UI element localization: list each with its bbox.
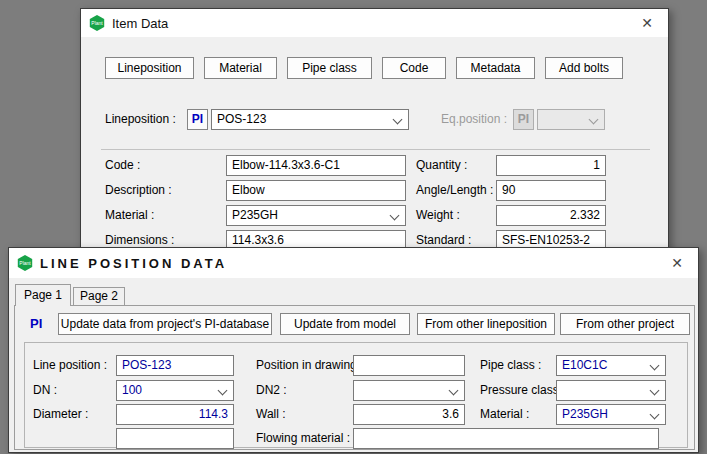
chevron-down-icon xyxy=(650,410,660,420)
item-data-title: Item Data xyxy=(112,16,168,31)
chevron-down-icon xyxy=(393,115,403,125)
weight-field[interactable]: 2.332 xyxy=(496,205,606,226)
diameter-label: Diameter : xyxy=(33,404,88,424)
material-label: Material : xyxy=(105,205,154,225)
flowing-material-label: Flowing material : xyxy=(256,428,350,448)
flowing-material-field[interactable] xyxy=(353,428,659,449)
tab-page-1[interactable]: Page 1 xyxy=(15,284,71,306)
chevron-down-icon xyxy=(218,386,228,396)
lineposition-value: POS-123 xyxy=(217,112,266,126)
dn-label: DN : xyxy=(33,380,57,400)
desktop-background: Plant Item Data ✕ Lineposition Material … xyxy=(0,0,707,454)
pressure-class-label: Pressure class : xyxy=(480,380,565,400)
material-label-2: Material : xyxy=(480,404,529,424)
update-from-pi-database-button[interactable]: Update data from project's PI-database xyxy=(58,313,272,335)
angle-length-label: Angle/Length : xyxy=(416,180,493,200)
dn-value: 100 xyxy=(122,383,142,397)
line-position-label: Line position : xyxy=(33,355,107,375)
quantity-field[interactable]: 1 xyxy=(496,155,606,176)
wall-label: Wall : xyxy=(256,404,286,424)
line-position-data-dialog: Plant LINE POSITION DATA ✕ Page 1 Page 2… xyxy=(8,247,699,453)
line-position-field[interactable]: POS-123 xyxy=(116,355,234,376)
lineposition-button[interactable]: Lineposition xyxy=(105,57,194,79)
chevron-down-icon xyxy=(589,115,599,125)
eq-position-label: Eq.position : xyxy=(441,109,507,129)
lineposition-label: Lineposition : xyxy=(105,109,176,129)
weight-label: Weight : xyxy=(416,205,460,225)
metadata-button[interactable]: Metadata xyxy=(456,57,535,79)
dn2-combobox[interactable] xyxy=(353,380,465,401)
material-button[interactable]: Material xyxy=(204,57,277,79)
material-value-2: P235GH xyxy=(562,407,608,421)
from-other-project-button[interactable]: From other project xyxy=(560,313,690,335)
material-combobox-2[interactable]: P235GH xyxy=(556,404,666,425)
lineposition-combobox[interactable]: POS-123 xyxy=(211,109,409,130)
line-position-groupbox: Line position : POS-123 DN : 100 Diamete… xyxy=(24,342,688,448)
description-label: Description : xyxy=(105,180,172,200)
separator xyxy=(101,149,650,150)
wall-field[interactable]: 3.6 xyxy=(353,404,465,425)
diameter-field[interactable]: 114.3 xyxy=(116,404,234,425)
close-icon[interactable]: ✕ xyxy=(632,12,662,34)
chevron-down-icon xyxy=(390,211,400,221)
dn-combobox[interactable]: 100 xyxy=(116,380,234,401)
tab-page-2[interactable]: Page 2 xyxy=(73,287,125,305)
app-icon: Plant xyxy=(17,255,33,271)
close-icon[interactable]: ✕ xyxy=(662,252,692,274)
quantity-label: Quantity : xyxy=(416,155,467,175)
chevron-down-icon xyxy=(449,386,459,396)
extra-field[interactable] xyxy=(116,428,234,449)
tab-panel-page-1: PI Update data from project's PI-databas… xyxy=(14,305,695,450)
code-field[interactable]: Elbow-114.3x3.6-C1 xyxy=(226,155,406,176)
eq-position-combobox xyxy=(537,109,605,130)
from-other-lineposition-button[interactable]: From other lineposition xyxy=(417,313,555,335)
lineposition-pi-button[interactable]: PI xyxy=(187,109,208,130)
pipe-class-button[interactable]: Pipe class xyxy=(287,57,372,79)
line-position-titlebar[interactable]: Plant LINE POSITION DATA ✕ xyxy=(9,248,698,278)
code-label: Code : xyxy=(105,155,140,175)
item-data-titlebar[interactable]: Plant Item Data ✕ xyxy=(81,9,668,37)
pipe-class-combobox[interactable]: E10C1C xyxy=(556,355,666,376)
chevron-down-icon xyxy=(650,386,660,396)
description-field[interactable]: Elbow xyxy=(226,180,406,201)
item-data-dialog: Plant Item Data ✕ Lineposition Material … xyxy=(80,8,669,260)
position-in-drawing-field[interactable] xyxy=(353,355,465,376)
eq-position-pi-button: PI xyxy=(513,109,534,130)
pipe-class-label: Pipe class : xyxy=(480,355,541,375)
app-icon: Plant xyxy=(89,15,105,31)
material-value: P235GH xyxy=(232,208,278,222)
material-combobox[interactable]: P235GH xyxy=(226,205,406,226)
pressure-class-combobox[interactable] xyxy=(556,380,666,401)
code-button[interactable]: Code xyxy=(382,57,446,79)
pipe-class-value: E10C1C xyxy=(562,358,607,372)
chevron-down-icon xyxy=(650,361,660,371)
line-position-title: LINE POSITION DATA xyxy=(40,256,227,271)
position-in-drawing-label: Position in drawing : xyxy=(256,355,363,375)
update-from-model-button[interactable]: Update from model xyxy=(280,313,410,335)
add-bolts-button[interactable]: Add bolts xyxy=(545,57,623,79)
dn2-label: DN2 : xyxy=(256,380,287,400)
angle-length-field[interactable]: 90 xyxy=(496,180,606,201)
pi-label[interactable]: PI xyxy=(30,313,42,335)
